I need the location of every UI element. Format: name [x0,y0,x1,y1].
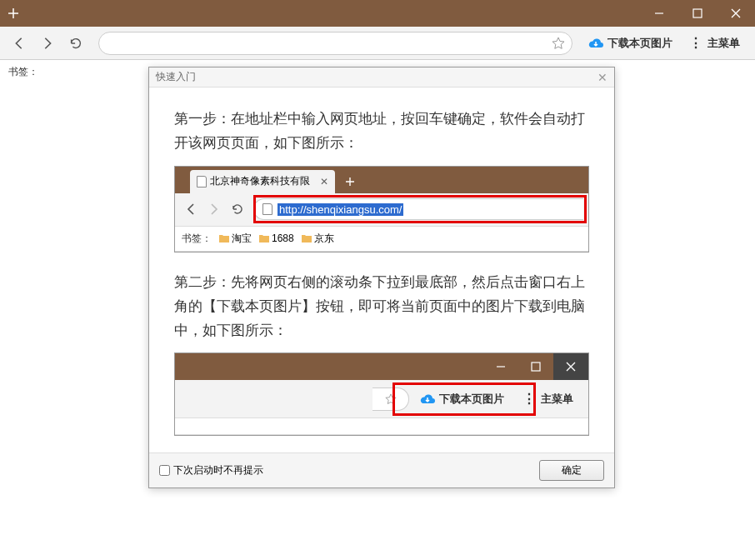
address-bar[interactable] [98,32,572,55]
bookmark-bar-label: 书签： [8,66,38,78]
folder-icon [301,233,312,243]
example-minimize-icon [483,353,518,380]
example2-screenshot: 下载本页图片 ⋮ 主菜单 [174,352,589,436]
example-tab-title: 北京神奇像素科技有限 [210,174,310,188]
example-forward-icon [203,198,225,220]
page-icon [197,176,207,188]
bookmark-item: 1688 [258,232,294,244]
url-page-icon [262,203,272,215]
dialog-close-button[interactable]: ✕ [598,71,608,84]
step2-text: 第二步：先将网页右侧的滚动条下拉到最底部，然后点击窗口右上角的【下载本页图片】按… [174,271,589,343]
checkbox-input[interactable] [159,465,170,476]
dialog-header: 快速入门 ✕ [149,68,614,88]
dont-show-again-checkbox[interactable]: 下次启动时不再提示 [159,463,263,478]
example-menu-label: 主菜单 [541,392,573,407]
bookmark-star-icon[interactable] [552,37,565,50]
forward-button[interactable] [35,31,60,56]
ok-button[interactable]: 确定 [539,460,604,481]
menu-label: 主菜单 [708,36,740,51]
checkbox-label: 下次启动时不再提示 [173,463,263,478]
quick-start-dialog: 快速入门 ✕ 第一步：在地址栏中输入网页地址，按回车键确定，软件会自动打开该网页… [148,67,615,488]
menu-dots-icon: ⋮ [689,35,702,51]
step1-text: 第一步：在地址栏中输入网页地址，按回车键确定，软件会自动打开该网页页面，如下图所… [174,108,589,156]
example-new-tab-icon [338,170,362,193]
example1-screenshot: 北京神奇像素科技有限 ✕ http://shenqixiangsu.com/ [174,166,589,252]
bookmark-item: 淘宝 [218,232,252,246]
window-titlebar [0,0,755,27]
example-reload-icon [227,198,248,220]
cloud-download-icon [588,37,604,50]
reload-button[interactable] [63,31,88,56]
folder-icon [258,233,270,243]
dialog-title: 快速入门 [156,70,196,84]
star-icon [385,393,397,405]
browser-toolbar: 下载本页图片 ⋮ 主菜单 [0,27,755,60]
example-download-button: 下载本页图片 [414,392,509,407]
example-tab: 北京神奇像素科技有限 ✕ [190,170,335,193]
url-input[interactable] [106,37,552,49]
dialog-footer: 下次启动时不再提示 确定 [149,452,614,488]
example-download-label: 下载本页图片 [439,392,504,407]
bookmark-item: 京东 [301,232,334,246]
example-url-text: http://shenqixiangsu.com/ [278,203,403,216]
example-maximize-icon [518,353,553,380]
menu-dots-icon: ⋮ [522,391,536,407]
example-back-icon [180,198,202,220]
svg-rect-0 [693,9,702,18]
maximize-button[interactable] [678,0,717,27]
example-bookmark-label: 书签： [182,232,212,246]
close-button[interactable] [717,0,755,27]
cloud-download-icon [419,392,436,406]
svg-rect-1 [532,362,540,371]
example-menu-button: ⋮ 主菜单 [514,391,582,407]
folder-icon [218,233,230,243]
back-button[interactable] [7,31,32,56]
new-tab-button[interactable] [0,0,27,27]
minimize-button[interactable] [640,0,678,27]
example-close-icon [553,353,588,380]
main-menu-button[interactable]: ⋮ 主菜单 [681,35,748,51]
example-star-icon-wrap [372,388,409,411]
tab-close-icon: ✕ [320,176,328,188]
download-images-button[interactable]: 下载本页图片 [582,36,678,51]
download-label: 下载本页图片 [608,36,672,51]
